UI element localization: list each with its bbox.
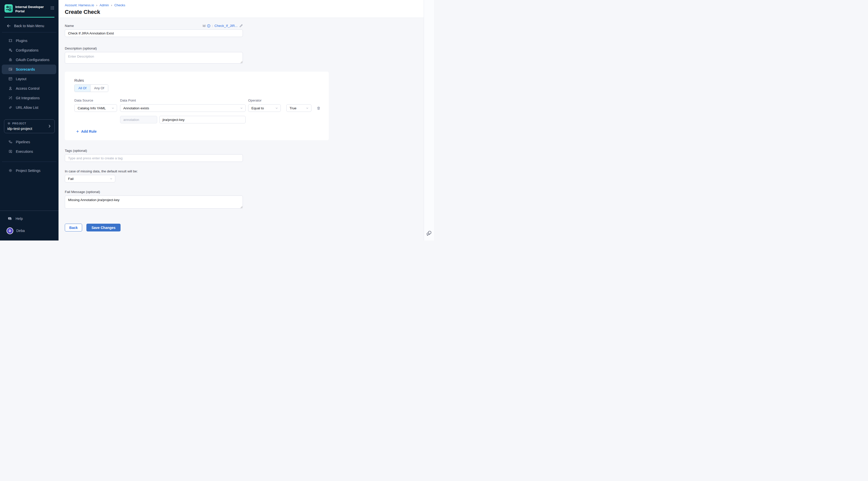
info-icon[interactable] (207, 24, 211, 28)
check-id-link[interactable]: Check_If_JIR... (215, 24, 238, 28)
operator-select[interactable]: Equal to (248, 104, 281, 112)
tags-label: Tags (optional) (65, 149, 434, 153)
data-point-select[interactable]: Annotation exists (120, 104, 246, 112)
sidebar-item-label: URL Allow List (16, 106, 38, 110)
chevron-down-icon (111, 107, 115, 110)
sidebar-item-label: Git Integrations (16, 96, 40, 100)
rule-inputs-row (120, 116, 321, 123)
layers-icon (7, 122, 10, 125)
fail-message-textarea[interactable]: Missing Annotation jira/project-key (65, 196, 243, 209)
idp-logo-icon (4, 4, 13, 12)
gear-icon (8, 169, 12, 173)
data-source-select[interactable]: Catalog Info YAML (74, 104, 117, 112)
rules-label: Rules (74, 78, 321, 83)
data-source-value: Catalog Info YAML (78, 106, 106, 110)
app-grid-icon[interactable] (50, 5, 55, 10)
any-of-button[interactable]: Any Of (90, 85, 108, 92)
sidebar-header: Internal Developer Portal (0, 0, 59, 13)
user-menu[interactable]: D Deba (0, 224, 59, 237)
avatar: D (6, 228, 13, 234)
sidebar-item-access-control[interactable]: Access Control (0, 84, 59, 93)
pipelines-icon (8, 140, 12, 144)
layout-icon (8, 77, 12, 81)
form-body: Name Id : Check_If_JIR... Description (o… (59, 18, 434, 232)
sidebar-item-plugins[interactable]: Plugins (0, 36, 59, 46)
annotation-value-input[interactable] (159, 116, 246, 123)
page-title: Create Check (65, 9, 434, 15)
sidebar-divider (2, 161, 57, 162)
breadcrumb-account-link[interactable]: Account: Harness.io (65, 3, 94, 7)
chat-support-icon[interactable] (426, 230, 432, 237)
sidebar-item-label: Configurations (16, 48, 38, 52)
save-changes-button[interactable]: Save Changes (86, 224, 121, 232)
project-label: PROJECT (12, 122, 26, 125)
sidebar-item-pipelines[interactable]: Pipelines (0, 137, 59, 147)
sidebar-item-label: Plugins (16, 39, 27, 43)
rules-toggle: All Of Any Of (74, 85, 108, 92)
missing-data-select[interactable]: Fail (65, 175, 115, 182)
page-header: Account: Harness.io › Admin › Checks Cre… (59, 0, 434, 18)
breadcrumb-admin-link[interactable]: Admin (99, 3, 109, 7)
sidebar-divider (2, 32, 57, 32)
edit-pencil-icon[interactable] (239, 24, 243, 28)
id-label: Id (203, 24, 206, 28)
sidebar-item-url-allow-list[interactable]: URL Allow List (0, 103, 59, 112)
annotation-key-input[interactable] (120, 116, 157, 123)
right-rail (424, 0, 434, 241)
data-point-value: Annotation exists (123, 106, 149, 110)
sidebar-item-layout[interactable]: Layout (0, 74, 59, 84)
sidebar-item-executions[interactable]: Executions (0, 147, 59, 156)
operator-value-select[interactable]: True (286, 104, 311, 112)
name-label: Name (65, 24, 74, 28)
project-selector[interactable]: PROJECT idp-test-project (4, 119, 55, 133)
plus-icon (76, 130, 80, 133)
project-nav: Pipelines Executions (0, 137, 59, 156)
data-point-label: Data Point (120, 98, 246, 102)
breadcrumb-separator-icon: › (96, 3, 97, 7)
project-name: idp-test-project (7, 126, 48, 131)
description-textarea[interactable] (65, 52, 243, 64)
gears-icon (8, 48, 12, 52)
sidebar-item-project-settings[interactable]: Project Settings (0, 166, 59, 175)
lock-icon (8, 58, 12, 62)
play-square-icon (8, 149, 12, 154)
operator-value: Equal to (251, 106, 264, 110)
rules-card: Rules All Of Any Of Data Source Data Poi… (65, 71, 329, 140)
chevron-down-icon (240, 107, 243, 110)
add-rule-label: Add Rule (81, 129, 96, 133)
add-rule-button[interactable]: Add Rule (76, 129, 96, 133)
rule-row: Catalog Info YAML Annotation exists Equa… (74, 104, 321, 112)
sidebar-item-git-integrations[interactable]: Git Integrations (0, 93, 59, 103)
chevron-right-icon (48, 124, 52, 128)
sidebar: Internal Developer Portal Back to Main M… (0, 0, 59, 241)
back-to-main-menu[interactable]: Back to Main Menu (0, 23, 59, 29)
back-button[interactable]: Back (65, 224, 82, 232)
delete-rule-trash-icon[interactable] (316, 106, 321, 110)
arrow-left-icon (6, 24, 11, 28)
admin-nav: Plugins Configurations OAuth Configurati… (0, 36, 59, 112)
sidebar-item-label: OAuth Configurations (16, 58, 50, 62)
sidebar-item-oauth-configurations[interactable]: OAuth Configurations (0, 55, 59, 65)
sidebar-item-label: Pipelines (16, 140, 30, 144)
name-input[interactable] (65, 29, 243, 37)
breadcrumb: Account: Harness.io › Admin › Checks (65, 3, 434, 7)
fail-message-label: Fail Message (optional) (65, 190, 434, 194)
missing-data-value: Fail (68, 177, 73, 181)
project-meta: PROJECT idp-test-project (7, 122, 48, 131)
sidebar-item-label: Project Settings (16, 169, 40, 173)
sidebar-item-label: Executions (16, 150, 33, 154)
sidebar-item-scorecards[interactable]: Scorecards (2, 65, 56, 74)
tags-input[interactable] (65, 154, 243, 162)
teal-divider (4, 17, 55, 18)
user-name: Deba (16, 229, 25, 233)
puzzle-icon (8, 38, 12, 43)
operator-label: Operator (248, 98, 281, 102)
person-icon (8, 86, 12, 90)
sidebar-item-configurations[interactable]: Configurations (0, 46, 59, 55)
breadcrumb-checks-link[interactable]: Checks (114, 3, 125, 7)
help-label: Help (16, 217, 23, 221)
sidebar-item-help[interactable]: ? Help (0, 213, 59, 224)
main-content: Account: Harness.io › Admin › Checks Cre… (59, 0, 434, 241)
all-of-button[interactable]: All Of (74, 85, 90, 92)
back-to-main-menu-label: Back to Main Menu (14, 24, 44, 28)
